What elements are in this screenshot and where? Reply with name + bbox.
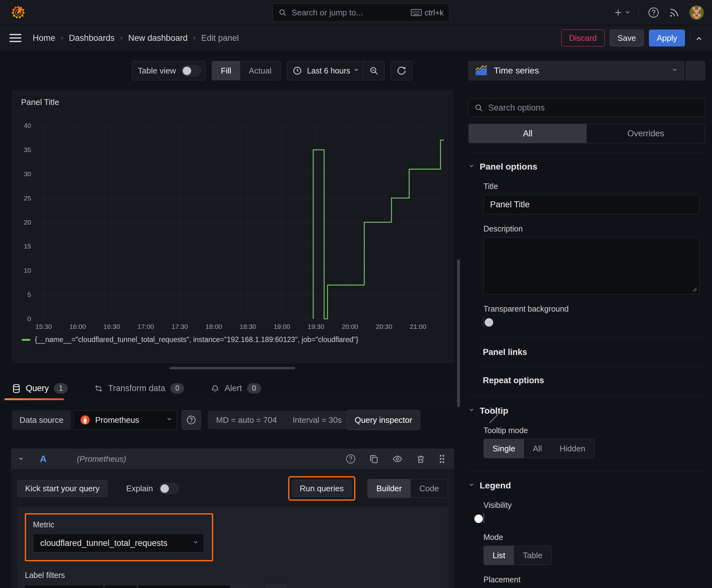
builder-option[interactable]: Builder (368, 479, 411, 498)
duplicate-icon[interactable] (369, 454, 379, 464)
datasource-row: Data source Prometheus MD = auto = 704 (12, 410, 420, 430)
query-row-actions (346, 454, 446, 464)
help-icon (187, 415, 196, 425)
run-queries-button[interactable]: Run queries (292, 480, 352, 497)
svg-text:19:30: 19:30 (308, 323, 324, 330)
nav-actions: Discard Save Apply (561, 29, 703, 46)
grafana-logo-icon[interactable] (11, 5, 26, 20)
time-range-group: Last 6 hours (287, 61, 385, 80)
add-filter-button[interactable] (266, 585, 287, 588)
divider (638, 6, 639, 19)
help-icon[interactable] (648, 7, 659, 18)
tab-transform-data[interactable]: Transform data 0 (94, 377, 184, 400)
divider (481, 366, 705, 366)
search-icon (278, 8, 287, 17)
options-search[interactable] (468, 99, 705, 117)
actual-option[interactable]: Actual (240, 61, 280, 80)
table-view-toggle[interactable] (181, 65, 201, 76)
chevron-right-icon: › (120, 34, 123, 42)
legend-header[interactable]: Legend (470, 481, 705, 491)
chevron-right-icon: › (61, 34, 63, 42)
datasource-picker[interactable]: Prometheus (73, 410, 177, 430)
legend-visibility-toggle[interactable] (483, 513, 484, 523)
zoom-out-button[interactable] (364, 61, 384, 80)
operator-dropdown[interactable]: = (104, 585, 137, 588)
svg-text:40: 40 (24, 122, 31, 129)
tooltip-all-option[interactable]: All (524, 439, 551, 458)
time-range-picker[interactable]: Last 6 hours (287, 61, 364, 80)
description-textarea[interactable] (483, 237, 699, 294)
tooltip-hidden-option[interactable]: Hidden (551, 439, 594, 458)
news-icon[interactable] (669, 7, 680, 18)
tab-query[interactable]: Query 1 (12, 377, 68, 400)
breadcrumb-home[interactable]: Home (33, 33, 55, 43)
panel-links-header[interactable]: Panel links (483, 348, 705, 357)
discard-button[interactable]: Discard (561, 29, 605, 46)
explain-toggle[interactable] (159, 483, 179, 494)
transform-icon (94, 384, 103, 393)
collapse-header-icon[interactable] (697, 37, 702, 42)
remove-filter-button[interactable]: ✕ (231, 585, 248, 588)
grafana-edit-panel-page: ctrl+k (0, 0, 712, 588)
svg-text:10: 10 (24, 267, 31, 274)
panel-title-input[interactable] (483, 195, 699, 214)
drag-handle-icon[interactable] (438, 454, 446, 464)
explain-switch: Explain (126, 483, 179, 494)
repeat-options-header[interactable]: Repeat options (483, 376, 705, 385)
query-editor-body: Kick start your query Explain Run querie… (11, 469, 454, 588)
trash-icon[interactable] (416, 454, 425, 464)
timeseries-chart: 051015202530354015:3016:0016:3017:0017:3… (16, 110, 451, 331)
options-search-input[interactable] (488, 103, 699, 113)
panel-options-header[interactable]: Panel options (470, 162, 705, 172)
keyboard-icon (411, 9, 422, 16)
metric-label: Metric (33, 520, 205, 529)
refresh-button[interactable] (391, 61, 412, 80)
legend-table-option[interactable]: Table (514, 546, 551, 565)
interval-stat: Interval = 30s (293, 415, 342, 425)
chevron-right-icon: › (193, 34, 195, 42)
fill-option[interactable]: Fill (212, 61, 240, 80)
tooltip-single-option[interactable]: Single (484, 439, 524, 458)
search-shortcut: ctrl+k (411, 8, 444, 17)
avatar[interactable] (689, 5, 704, 20)
legend-list-option[interactable]: List (484, 546, 514, 565)
menu-toggle-icon[interactable] (9, 34, 21, 42)
chevron-down-icon (470, 482, 473, 486)
global-search[interactable]: ctrl+k (273, 3, 450, 22)
series-label[interactable]: {__name__="cloudflared_tunnel_total_requ… (35, 335, 358, 344)
apply-button[interactable]: Apply (649, 29, 685, 46)
tab-all[interactable]: All (469, 124, 587, 143)
svg-text:17:30: 17:30 (171, 323, 188, 330)
metric-select[interactable]: cloudflared_tunnel_total_requests (33, 534, 204, 552)
resize-handle-icon[interactable] (692, 287, 697, 292)
divider (468, 396, 705, 396)
visualization-picker[interactable]: Time series (468, 61, 684, 80)
select-value-dropdown[interactable]: Select value (138, 585, 231, 588)
query-row-header[interactable]: A (Prometheus) (11, 448, 454, 469)
transparent-background-label: Transparent background (483, 304, 699, 313)
datasource-help-button[interactable] (181, 410, 201, 430)
query-inspector-button[interactable]: Query inspector (347, 410, 420, 430)
horizontal-scrollbar[interactable] (170, 367, 295, 370)
code-option[interactable]: Code (411, 479, 448, 498)
breadcrumb-new-dashboard[interactable]: New dashboard (128, 33, 188, 43)
svg-text:18:30: 18:30 (239, 323, 256, 330)
timeseries-viz-icon (475, 65, 488, 76)
kick-start-query-button[interactable]: Kick start your query (17, 480, 107, 497)
save-button[interactable]: Save (610, 29, 644, 46)
edit-area: Table view Fill Actual Last 6 hours (0, 51, 463, 588)
transparent-background-toggle[interactable] (483, 317, 484, 327)
refresh-icon (396, 66, 407, 76)
new-menu-button[interactable] (614, 8, 629, 17)
breadcrumb-dashboards[interactable]: Dashboards (69, 33, 114, 43)
global-search-input[interactable] (291, 7, 407, 18)
tab-overrides[interactable]: Overrides (587, 124, 705, 143)
eye-icon[interactable] (392, 454, 403, 464)
select-label-dropdown[interactable]: Select label (25, 585, 103, 588)
tooltip-header[interactable]: Tooltip (470, 406, 705, 416)
series-color-icon (22, 339, 30, 341)
help-icon[interactable] (346, 454, 356, 464)
collapse-sidebar-button[interactable] (686, 61, 705, 80)
query-datasource-hint: (Prometheus) (77, 454, 127, 464)
tab-alert[interactable]: Alert 0 (211, 377, 261, 400)
